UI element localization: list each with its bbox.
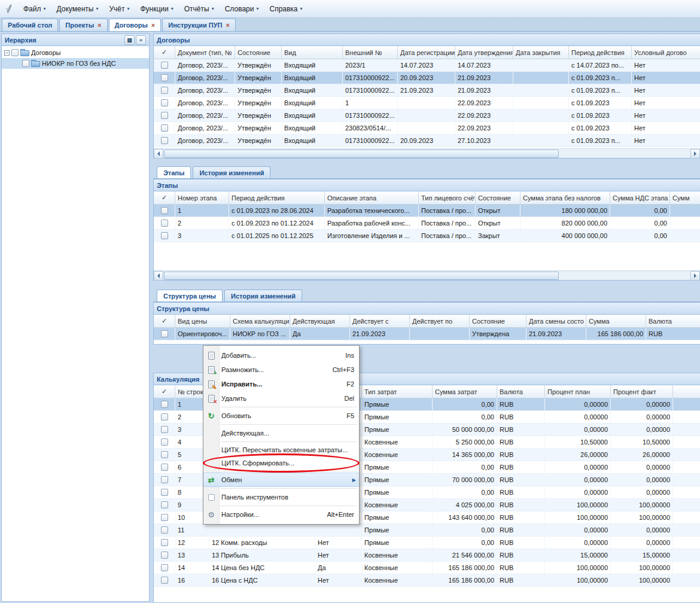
main-tab[interactable]: Проекты× <box>59 19 107 31</box>
row-select-cell[interactable] <box>154 217 175 229</box>
checkbox[interactable] <box>161 124 168 132</box>
menubar-item[interactable]: Документы▾ <box>51 2 104 16</box>
row-select-cell[interactable] <box>154 499 175 511</box>
contracts-hscrollbar[interactable] <box>154 148 700 158</box>
row-select-cell[interactable] <box>154 436 175 448</box>
checkbox[interactable] <box>161 539 168 546</box>
context-menu-item[interactable]: ЦИТК. Пересчитать косвенные затраты... <box>203 443 359 456</box>
table-row[interactable]: 1212 Комм. расходыНетПрямые0,00RUB0,0000… <box>154 537 700 549</box>
scroll-left-icon[interactable] <box>154 271 163 281</box>
column-header[interactable]: Действует с <box>350 315 410 327</box>
close-icon[interactable]: × <box>226 22 230 28</box>
checkbox[interactable] <box>161 207 168 214</box>
checkbox[interactable] <box>161 451 168 458</box>
context-menu-item[interactable]: ⇄Обмен▶ <box>203 473 359 487</box>
checkbox[interactable] <box>161 501 168 508</box>
row-select-cell[interactable] <box>154 59 175 71</box>
column-header[interactable]: Тип затрат <box>362 385 433 398</box>
collapse-left-icon[interactable]: « <box>136 35 146 45</box>
main-tab[interactable]: Рабочий стол <box>2 19 58 31</box>
panel-tab[interactable]: История изменений <box>224 290 302 302</box>
row-select-cell[interactable] <box>154 97 175 109</box>
checkbox[interactable] <box>161 74 168 81</box>
table-row[interactable]: 3с 01.01.2025 по 01.12.2025Изготовление … <box>154 230 700 242</box>
checkbox[interactable] <box>161 220 168 227</box>
menubar-item[interactable]: Функции▾ <box>135 2 178 16</box>
column-header[interactable]: Сумм <box>670 191 700 204</box>
menubar-item[interactable]: Справка▾ <box>264 2 308 16</box>
table-row[interactable]: Договор, 2023/...УтверждёнВходящий017310… <box>154 84 700 97</box>
column-header[interactable]: ✓ <box>154 46 175 59</box>
checkbox[interactable] <box>161 232 168 239</box>
scroll-right-icon[interactable] <box>690 149 700 159</box>
checkbox[interactable] <box>161 514 168 521</box>
scroll-right-icon[interactable] <box>690 271 700 281</box>
row-select-cell[interactable] <box>154 205 175 217</box>
column-header[interactable]: Действует по <box>410 315 470 327</box>
table-row[interactable]: Договор, 2023/...УтверждёнВходящий017310… <box>154 72 700 84</box>
checkbox[interactable] <box>161 112 168 119</box>
column-header[interactable]: Сумма затрат <box>433 385 497 398</box>
row-select-cell[interactable] <box>154 424 175 436</box>
checkbox[interactable] <box>161 489 168 496</box>
checkbox[interactable] <box>161 99 168 106</box>
table-row[interactable]: 1с 01.09.2023 по 28.06.2024Разработка те… <box>154 205 700 217</box>
checkbox[interactable] <box>161 137 168 144</box>
checkbox[interactable] <box>161 330 168 337</box>
row-select-cell[interactable] <box>154 84 175 96</box>
context-menu-item[interactable]: ⚙Настройки...Alt+Enter <box>203 507 359 522</box>
menubar-item[interactable]: Словари▾ <box>220 2 264 16</box>
table-row[interactable]: Договор, 2023/...УтверждёнВходящий2023/1… <box>154 59 700 72</box>
column-header[interactable]: Дата смены состо <box>526 315 586 327</box>
column-header[interactable]: Вид <box>282 46 343 59</box>
column-header[interactable]: Описание этапа <box>325 191 419 204</box>
checkbox[interactable] <box>161 426 168 433</box>
column-header[interactable]: Действующая <box>290 315 350 327</box>
menubar-item[interactable]: Файл▾ <box>18 2 51 16</box>
row-select-cell[interactable] <box>154 461 175 473</box>
column-header[interactable]: ✓ <box>154 191 175 204</box>
table-row[interactable]: Договор, 2023/...УтверждёнВходящий122.09… <box>154 97 700 109</box>
checkbox[interactable] <box>161 87 168 94</box>
close-icon[interactable]: × <box>151 22 155 28</box>
table-row[interactable]: 1313 ПрибыльНетКосвенные21 546 000,00RUB… <box>154 549 700 562</box>
table-row[interactable]: 1616 Цена с НДСНетКосвенные165 186 000,0… <box>154 574 700 587</box>
context-menu-item[interactable]: Действующая... <box>203 426 359 440</box>
row-select-cell[interactable] <box>154 449 175 461</box>
table-row[interactable]: Ориентировоч...НИОКР по ГОЗ ...Да21.09.2… <box>154 328 700 340</box>
checkbox[interactable] <box>161 464 168 471</box>
column-header[interactable]: Дата утверждения <box>455 46 513 59</box>
checkbox[interactable] <box>161 577 168 584</box>
columns-icon[interactable]: ▤ <box>124 35 135 45</box>
row-select-cell[interactable] <box>154 574 175 586</box>
context-menu-item[interactable]: ЦИТК. Сформировать... <box>203 456 359 470</box>
column-header[interactable]: Состояние <box>235 46 282 59</box>
column-header[interactable]: Процент план <box>545 385 611 398</box>
panel-tab[interactable]: Этапы <box>157 166 191 178</box>
column-header[interactable]: Дата закрытия <box>513 46 569 59</box>
row-select-cell[interactable] <box>154 511 175 523</box>
menubar-item[interactable]: Отчёты▾ <box>179 2 220 16</box>
checkbox[interactable] <box>161 62 168 69</box>
scroll-thumb[interactable] <box>164 272 559 280</box>
panel-tab[interactable]: Структура цены <box>157 290 223 302</box>
row-select-cell[interactable] <box>154 230 175 242</box>
column-header[interactable] <box>673 385 700 398</box>
table-row[interactable]: 11Прямые0,00RUB0,000000,00000 <box>154 524 700 537</box>
column-header[interactable]: Внешний № <box>343 46 398 59</box>
checkbox[interactable] <box>161 526 168 534</box>
row-select-cell[interactable] <box>154 135 175 147</box>
column-header[interactable]: Тип лицевого счёт <box>419 191 476 204</box>
checkbox[interactable] <box>22 60 29 67</box>
row-select-cell[interactable] <box>154 562 175 574</box>
scroll-thumb[interactable] <box>164 150 559 158</box>
row-select-cell[interactable] <box>154 328 175 340</box>
checkbox[interactable] <box>11 49 19 56</box>
column-header[interactable]: Период действия <box>569 46 632 59</box>
column-header[interactable]: Сумма этапа без налогов <box>521 191 610 204</box>
main-tab[interactable]: Договоры× <box>109 19 162 31</box>
panel-tab[interactable]: История изменений <box>193 166 270 178</box>
context-menu-item[interactable]: Панель инструментов <box>203 490 359 504</box>
row-select-cell[interactable] <box>154 109 175 121</box>
tree-node[interactable]: −Договоры <box>2 47 149 58</box>
